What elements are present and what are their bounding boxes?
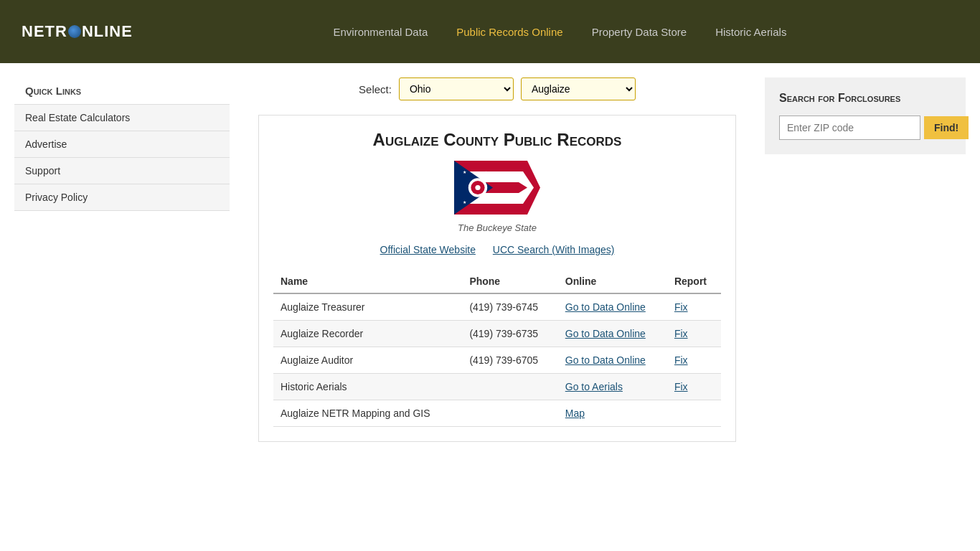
online-link[interactable]: Go to Data Online [565,301,646,313]
flag-container: ★ ★ ★ ★ ★ [273,161,721,217]
state-select[interactable]: Ohio [399,77,514,100]
cell-report: Fix [667,374,721,400]
cell-report: Fix [667,321,721,347]
state-links: Official State Website UCC Search (With … [273,244,721,255]
online-link[interactable]: Map [565,408,585,419]
cell-online: Go to Data Online [558,347,667,374]
report-link[interactable]: Fix [674,381,688,392]
svg-text:★: ★ [463,200,466,204]
official-state-website-link[interactable]: Official State Website [380,244,476,255]
online-link[interactable]: Go to Data Online [565,354,646,366]
sidebar-item-privacy[interactable]: Privacy Policy [14,184,230,211]
report-link[interactable]: Fix [674,328,688,339]
sidebar-item-real-estate[interactable]: Real Estate Calculators [14,105,230,131]
county-title: Auglaize County Public Records [273,130,721,150]
cell-name: Auglaize NETR Mapping and GIS [273,400,462,427]
header: NETRNLINE Environmental Data Public Reco… [0,0,980,63]
select-row: Select: Ohio Auglaize [258,77,736,100]
col-report: Report [667,270,721,293]
report-link[interactable]: Fix [674,301,688,313]
table-row: Auglaize Treasurer(419) 739-6745Go to Da… [273,293,721,321]
table-header-row: Name Phone Online Report [273,270,721,293]
cell-name: Auglaize Auditor [273,347,462,374]
main-content: Quick Links Real Estate Calculators Adve… [0,63,980,551]
foreclosure-title: Search for Forclosures [779,92,951,105]
table-row: Historic AerialsGo to AerialsFix [273,374,721,400]
cell-report: Fix [667,293,721,321]
nav-historic-aerials[interactable]: Historic Aerials [715,26,786,38]
online-link[interactable]: Go to Data Online [565,328,646,339]
main-nav: Environmental Data Public Records Online… [161,26,958,38]
table-row: Auglaize NETR Mapping and GISMap [273,400,721,427]
county-select[interactable]: Auglaize [521,77,636,100]
globe-icon [68,25,81,38]
col-name: Name [273,270,462,293]
cell-name: Historic Aerials [273,374,462,400]
cell-phone [462,400,557,427]
foreclosure-box: Search for Forclosures Find! [765,77,966,154]
report-link[interactable]: Fix [674,354,688,366]
quick-links-title: Quick Links [14,77,230,105]
table-body: Auglaize Treasurer(419) 739-6745Go to Da… [273,293,721,427]
cell-report [667,400,721,427]
sidebar-item-support[interactable]: Support [14,158,230,184]
cell-phone: (419) 739-6745 [462,293,557,321]
cell-phone: (419) 739-6705 [462,347,557,374]
nav-public-records[interactable]: Public Records Online [456,26,562,38]
zip-row: Find! [779,116,951,140]
cell-online: Map [558,400,667,427]
cell-report: Fix [667,347,721,374]
table-row: Auglaize Recorder(419) 739-6735Go to Dat… [273,321,721,347]
flag-caption: The Buckeye State [273,222,721,233]
table-row: Auglaize Auditor(419) 739-6705Go to Data… [273,347,721,374]
select-label: Select: [359,83,392,95]
ohio-flag: ★ ★ ★ ★ ★ [454,161,540,215]
col-phone: Phone [462,270,557,293]
ucc-search-link[interactable]: UCC Search (With Images) [493,244,615,255]
svg-text:★: ★ [463,170,466,174]
svg-point-7 [475,185,480,190]
records-table: Name Phone Online Report Auglaize Treasu… [273,270,721,427]
cell-name: Auglaize Treasurer [273,293,462,321]
content-area: Select: Ohio Auglaize Auglaize County Pu… [244,77,750,537]
county-section: Auglaize County Public Records [258,115,736,442]
cell-phone: (419) 739-6735 [462,321,557,347]
right-panel: Search for Forclosures Find! [765,77,966,537]
zip-input[interactable] [779,116,920,140]
find-button[interactable]: Find! [924,116,969,139]
cell-phone [462,374,557,400]
cell-online: Go to Aerials [558,374,667,400]
online-link[interactable]: Go to Aerials [565,381,623,392]
sidebar-item-advertise[interactable]: Advertise [14,131,230,158]
cell-online: Go to Data Online [558,293,667,321]
nav-property-data-store[interactable]: Property Data Store [592,26,687,38]
col-online: Online [558,270,667,293]
logo[interactable]: NETRNLINE [22,22,133,41]
cell-online: Go to Data Online [558,321,667,347]
cell-name: Auglaize Recorder [273,321,462,347]
sidebar: Quick Links Real Estate Calculators Adve… [14,77,230,537]
nav-environmental-data[interactable]: Environmental Data [333,26,428,38]
